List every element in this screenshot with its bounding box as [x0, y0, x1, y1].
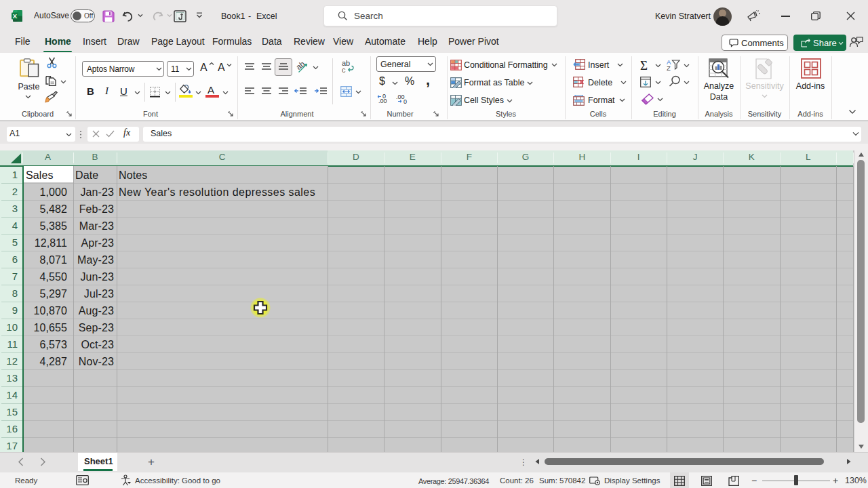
svg-text:c: c	[342, 66, 346, 73]
svg-text:0: 0	[403, 98, 407, 104]
svg-text:Z: Z	[667, 64, 671, 71]
svg-text:X: X	[13, 12, 18, 20]
svg-text:0: 0	[382, 94, 386, 100]
